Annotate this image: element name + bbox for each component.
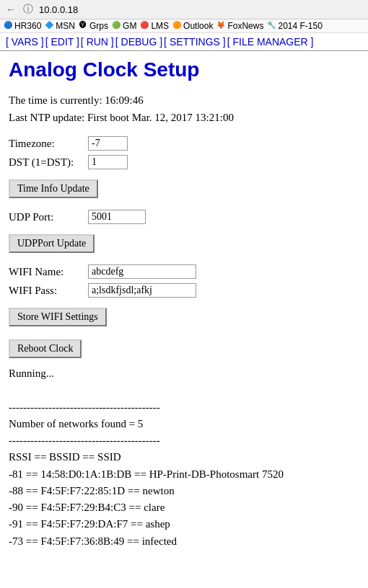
- nav-menu: [ VARS ] [ EDIT ] [ RUN ] [ DEBUG ] [ SE…: [0, 33, 368, 51]
- nav-run[interactable]: [ RUN ]: [81, 36, 114, 48]
- udp-label: UDP Port:: [9, 211, 88, 223]
- dst-label: DST (1=DST):: [9, 156, 88, 169]
- time-update-button[interactable]: Time Info Update: [9, 179, 98, 198]
- address-bar: ← ⓘ 10.0.0.18: [0, 0, 368, 19]
- gm-icon: 🟢: [111, 21, 121, 31]
- store-wifi-button[interactable]: Store WIFI Settings: [9, 308, 107, 326]
- nav-settings[interactable]: [ SETTINGS ]: [164, 36, 226, 48]
- timezone-label: Timezone:: [9, 138, 88, 150]
- nav-debug[interactable]: [ DEBUG ]: [115, 36, 162, 48]
- bookmark-grps-label: Grps: [89, 21, 108, 31]
- url-display[interactable]: 10.0.0.18: [39, 4, 78, 15]
- grps-icon: 🅨: [78, 21, 88, 31]
- wifi-pass-input[interactable]: [88, 283, 196, 298]
- bookmark-lms-label: LMS: [151, 21, 169, 31]
- time-info: The time is currently: 16:09:46 Last NTP…: [9, 92, 359, 126]
- info-button[interactable]: ⓘ: [22, 3, 35, 16]
- timezone-input[interactable]: [88, 136, 128, 151]
- wifi-name-input[interactable]: [88, 264, 196, 279]
- bookmarks-bar: 🔵 HR360 🔷 MSN 🅨 Grps 🟢 GM 🔴 LMS 🟠 Outloo…: [0, 19, 368, 33]
- bookmark-2014f150-label: 2014 F-150: [278, 21, 322, 31]
- outlook-icon: 🟠: [172, 21, 182, 31]
- bookmark-foxnews-label: FoxNews: [227, 21, 263, 31]
- bookmark-outlook[interactable]: 🟠 Outlook: [172, 21, 213, 31]
- dst-row: DST (1=DST):: [9, 155, 359, 169]
- bookmark-grps[interactable]: 🅨 Grps: [78, 21, 108, 31]
- nav-vars[interactable]: [ VARS ]: [6, 36, 44, 48]
- wifi-name-row: WIFI Name:: [9, 264, 359, 279]
- bookmark-msn[interactable]: 🔷 MSN: [44, 21, 75, 31]
- nav-file-manager[interactable]: [ FILE MANAGER ]: [227, 36, 314, 48]
- msn-icon: 🔷: [44, 21, 54, 31]
- main-content: Analog Clock Setup The time is currently…: [0, 51, 368, 557]
- udp-input[interactable]: [88, 210, 146, 224]
- 2014f150-icon: 🔧: [266, 21, 276, 31]
- bookmark-msn-label: MSN: [56, 21, 75, 31]
- bookmark-foxnews[interactable]: 🦊 FoxNews: [216, 21, 263, 31]
- wifi-pass-label: WIFI Pass:: [9, 285, 88, 297]
- current-time-line: The time is currently: 16:09:46: [9, 92, 359, 109]
- wifi-pass-row: WIFI Pass:: [9, 283, 359, 298]
- udp-update-button[interactable]: UDPPort Update: [9, 234, 95, 253]
- page-title: Analog Clock Setup: [9, 58, 359, 81]
- bookmark-hr360[interactable]: 🔵 HR360: [3, 21, 41, 31]
- lms-icon: 🔴: [139, 21, 149, 31]
- foxnews-icon: 🦊: [216, 21, 226, 31]
- bookmark-hr360-label: HR360: [14, 21, 41, 31]
- wifi-name-label: WIFI Name:: [9, 266, 88, 278]
- back-button[interactable]: ←: [4, 4, 17, 15]
- udp-row: UDP Port:: [9, 210, 359, 224]
- bookmark-gm-label: GM: [123, 21, 136, 31]
- ntp-update-line: Last NTP update: First boot Mar. 12, 201…: [9, 109, 359, 126]
- bookmark-2014f150[interactable]: 🔧 2014 F-150: [266, 21, 322, 31]
- nav-edit[interactable]: [ EDIT ]: [45, 36, 79, 48]
- output-text: Running... -----------------------------…: [9, 365, 359, 550]
- bookmark-lms[interactable]: 🔴 LMS: [139, 21, 169, 31]
- timezone-row: Timezone:: [9, 136, 359, 151]
- reboot-clock-button[interactable]: Reboot Clock: [9, 339, 82, 358]
- dst-input[interactable]: [88, 155, 128, 169]
- bookmark-gm[interactable]: 🟢 GM: [111, 21, 136, 31]
- bookmark-outlook-label: Outlook: [183, 21, 213, 31]
- hr360-icon: 🔵: [3, 21, 13, 31]
